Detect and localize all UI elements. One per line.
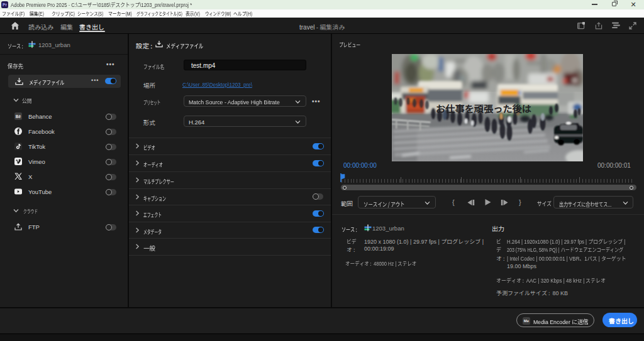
svg-text:Bē: Bē bbox=[16, 114, 21, 119]
svg-text:お仕事を頑張った後は: お仕事を頑張った後は bbox=[436, 101, 531, 115]
